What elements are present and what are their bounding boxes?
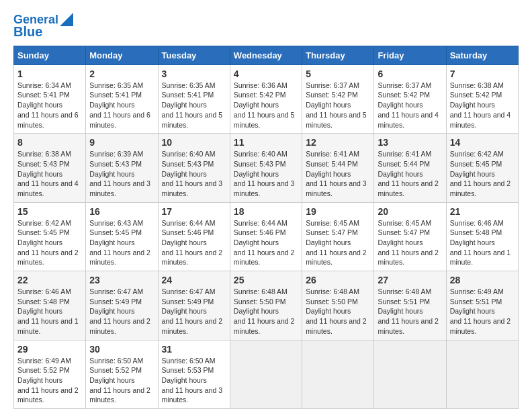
day-info: Sunrise: 6:48 AM Sunset: 5:50 PM Dayligh… <box>234 287 298 336</box>
header-monday: Monday <box>86 46 158 64</box>
day-number: 5 <box>306 68 370 79</box>
day-info: Sunrise: 6:37 AM Sunset: 5:42 PM Dayligh… <box>306 81 370 130</box>
calendar-cell: 27 Sunrise: 6:48 AM Sunset: 5:51 PM Dayl… <box>374 271 446 340</box>
calendar-cell: 20 Sunrise: 6:45 AM Sunset: 5:47 PM Dayl… <box>374 202 446 271</box>
day-info: Sunrise: 6:49 AM Sunset: 5:51 PM Dayligh… <box>450 287 515 336</box>
page-header: General Blue <box>13 13 519 39</box>
header-tuesday: Tuesday <box>158 46 230 64</box>
day-info: Sunrise: 6:35 AM Sunset: 5:41 PM Dayligh… <box>162 81 226 130</box>
calendar-cell <box>446 340 518 408</box>
calendar-cell: 8 Sunrise: 6:38 AM Sunset: 5:43 PM Dayli… <box>14 134 86 202</box>
calendar-cell: 15 Sunrise: 6:42 AM Sunset: 5:45 PM Dayl… <box>14 202 86 271</box>
day-info: Sunrise: 6:44 AM Sunset: 5:46 PM Dayligh… <box>234 218 298 267</box>
calendar-header-row: SundayMondayTuesdayWednesdayThursdayFrid… <box>14 46 519 64</box>
day-info: Sunrise: 6:34 AM Sunset: 5:41 PM Dayligh… <box>17 81 82 130</box>
calendar-cell: 25 Sunrise: 6:48 AM Sunset: 5:50 PM Dayl… <box>230 271 302 340</box>
day-info: Sunrise: 6:46 AM Sunset: 5:48 PM Dayligh… <box>17 287 82 336</box>
day-number: 4 <box>234 68 298 79</box>
day-info: Sunrise: 6:40 AM Sunset: 5:43 PM Dayligh… <box>234 149 298 198</box>
header-sunday: Sunday <box>14 46 86 64</box>
day-info: Sunrise: 6:50 AM Sunset: 5:53 PM Dayligh… <box>162 356 226 405</box>
calendar-cell: 30 Sunrise: 6:50 AM Sunset: 5:52 PM Dayl… <box>86 340 158 408</box>
day-number: 18 <box>234 206 298 217</box>
calendar-cell: 21 Sunrise: 6:46 AM Sunset: 5:48 PM Dayl… <box>446 202 518 271</box>
calendar-cell: 22 Sunrise: 6:46 AM Sunset: 5:48 PM Dayl… <box>14 271 86 340</box>
day-number: 28 <box>450 275 515 285</box>
day-info: Sunrise: 6:38 AM Sunset: 5:42 PM Dayligh… <box>450 81 515 130</box>
logo-text-blue: Blue <box>13 24 42 39</box>
header-thursday: Thursday <box>302 46 374 64</box>
day-info: Sunrise: 6:42 AM Sunset: 5:45 PM Dayligh… <box>17 218 82 267</box>
day-info: Sunrise: 6:39 AM Sunset: 5:43 PM Dayligh… <box>89 149 154 198</box>
day-number: 15 <box>17 206 82 217</box>
header-friday: Friday <box>374 46 446 64</box>
header-saturday: Saturday <box>446 46 518 64</box>
day-number: 24 <box>162 275 226 285</box>
day-info: Sunrise: 6:41 AM Sunset: 5:44 PM Dayligh… <box>378 149 442 198</box>
day-info: Sunrise: 6:49 AM Sunset: 5:52 PM Dayligh… <box>17 356 82 405</box>
day-number: 22 <box>17 275 82 285</box>
calendar-cell: 3 Sunrise: 6:35 AM Sunset: 5:41 PM Dayli… <box>158 64 230 133</box>
logo-icon <box>60 13 73 26</box>
day-number: 29 <box>17 344 82 355</box>
day-number: 9 <box>89 137 154 148</box>
calendar-cell: 14 Sunrise: 6:42 AM Sunset: 5:45 PM Dayl… <box>446 134 518 202</box>
calendar-table: SundayMondayTuesdayWednesdayThursdayFrid… <box>13 46 519 409</box>
calendar-cell <box>230 340 302 408</box>
day-info: Sunrise: 6:47 AM Sunset: 5:49 PM Dayligh… <box>89 287 154 336</box>
week-row-4: 22 Sunrise: 6:46 AM Sunset: 5:48 PM Dayl… <box>14 271 519 340</box>
calendar-cell: 9 Sunrise: 6:39 AM Sunset: 5:43 PM Dayli… <box>86 134 158 202</box>
day-number: 11 <box>234 137 298 148</box>
day-number: 19 <box>306 206 370 217</box>
calendar-cell: 18 Sunrise: 6:44 AM Sunset: 5:46 PM Dayl… <box>230 202 302 271</box>
calendar-cell: 19 Sunrise: 6:45 AM Sunset: 5:47 PM Dayl… <box>302 202 374 271</box>
calendar-cell <box>302 340 374 408</box>
day-number: 26 <box>306 275 370 285</box>
day-info: Sunrise: 6:36 AM Sunset: 5:42 PM Dayligh… <box>234 81 298 130</box>
day-number: 14 <box>450 137 515 148</box>
day-number: 8 <box>17 137 82 148</box>
day-number: 23 <box>89 275 154 285</box>
day-info: Sunrise: 6:42 AM Sunset: 5:45 PM Dayligh… <box>450 149 515 198</box>
calendar-cell: 5 Sunrise: 6:37 AM Sunset: 5:42 PM Dayli… <box>302 64 374 133</box>
day-number: 20 <box>378 206 442 217</box>
calendar-cell: 23 Sunrise: 6:47 AM Sunset: 5:49 PM Dayl… <box>86 271 158 340</box>
calendar-cell: 12 Sunrise: 6:41 AM Sunset: 5:44 PM Dayl… <box>302 134 374 202</box>
calendar-cell: 26 Sunrise: 6:48 AM Sunset: 5:50 PM Dayl… <box>302 271 374 340</box>
week-row-1: 1 Sunrise: 6:34 AM Sunset: 5:41 PM Dayli… <box>14 64 519 133</box>
day-info: Sunrise: 6:38 AM Sunset: 5:43 PM Dayligh… <box>17 149 82 198</box>
day-number: 13 <box>378 137 442 148</box>
day-number: 1 <box>17 68 82 79</box>
day-info: Sunrise: 6:41 AM Sunset: 5:44 PM Dayligh… <box>306 149 370 198</box>
calendar-cell: 17 Sunrise: 6:44 AM Sunset: 5:46 PM Dayl… <box>158 202 230 271</box>
week-row-2: 8 Sunrise: 6:38 AM Sunset: 5:43 PM Dayli… <box>14 134 519 202</box>
day-info: Sunrise: 6:35 AM Sunset: 5:41 PM Dayligh… <box>89 81 154 130</box>
calendar-cell: 6 Sunrise: 6:37 AM Sunset: 5:42 PM Dayli… <box>374 64 446 133</box>
day-number: 21 <box>450 206 515 217</box>
calendar-cell: 7 Sunrise: 6:38 AM Sunset: 5:42 PM Dayli… <box>446 64 518 133</box>
day-info: Sunrise: 6:46 AM Sunset: 5:48 PM Dayligh… <box>450 218 515 267</box>
calendar-cell: 11 Sunrise: 6:40 AM Sunset: 5:43 PM Dayl… <box>230 134 302 202</box>
day-number: 31 <box>162 344 226 355</box>
calendar-cell: 28 Sunrise: 6:49 AM Sunset: 5:51 PM Dayl… <box>446 271 518 340</box>
calendar-cell: 29 Sunrise: 6:49 AM Sunset: 5:52 PM Dayl… <box>14 340 86 408</box>
day-number: 6 <box>378 68 442 79</box>
day-info: Sunrise: 6:43 AM Sunset: 5:45 PM Dayligh… <box>89 218 154 267</box>
calendar-cell: 31 Sunrise: 6:50 AM Sunset: 5:53 PM Dayl… <box>158 340 230 408</box>
calendar-cell: 16 Sunrise: 6:43 AM Sunset: 5:45 PM Dayl… <box>86 202 158 271</box>
day-info: Sunrise: 6:47 AM Sunset: 5:49 PM Dayligh… <box>162 287 226 336</box>
calendar-cell <box>374 340 446 408</box>
day-info: Sunrise: 6:45 AM Sunset: 5:47 PM Dayligh… <box>378 218 442 267</box>
calendar-cell: 10 Sunrise: 6:40 AM Sunset: 5:43 PM Dayl… <box>158 134 230 202</box>
day-number: 7 <box>450 68 515 79</box>
day-info: Sunrise: 6:40 AM Sunset: 5:43 PM Dayligh… <box>162 149 226 198</box>
header-wednesday: Wednesday <box>230 46 302 64</box>
day-number: 17 <box>162 206 226 217</box>
day-info: Sunrise: 6:48 AM Sunset: 5:50 PM Dayligh… <box>306 287 370 336</box>
week-row-5: 29 Sunrise: 6:49 AM Sunset: 5:52 PM Dayl… <box>14 340 519 408</box>
day-info: Sunrise: 6:48 AM Sunset: 5:51 PM Dayligh… <box>378 287 442 336</box>
week-row-3: 15 Sunrise: 6:42 AM Sunset: 5:45 PM Dayl… <box>14 202 519 271</box>
day-info: Sunrise: 6:44 AM Sunset: 5:46 PM Dayligh… <box>162 218 226 267</box>
day-number: 16 <box>89 206 154 217</box>
svg-marker-0 <box>60 13 73 26</box>
